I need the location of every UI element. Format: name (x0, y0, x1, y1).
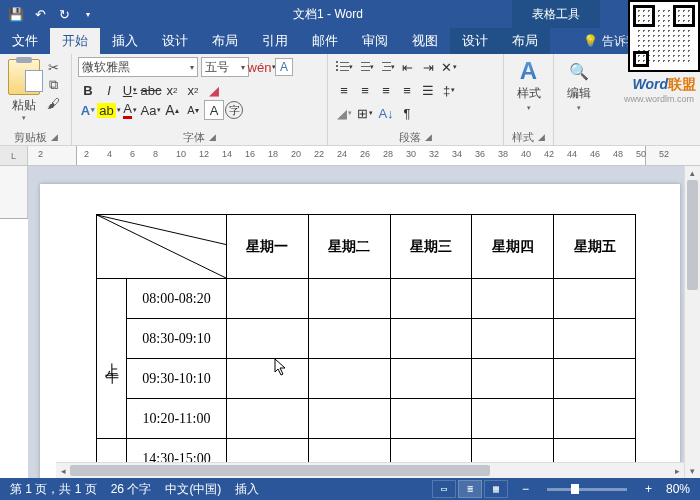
highlight-button[interactable]: ab▾ (99, 100, 119, 120)
period-cell[interactable]: 上午 (97, 279, 127, 439)
bold-button[interactable]: B (78, 80, 98, 100)
table-cell[interactable] (308, 359, 390, 399)
styles-button[interactable]: A 样式 ▾ (513, 57, 545, 114)
qat-customize-icon[interactable]: ▾ (80, 6, 96, 22)
cut-icon[interactable]: ✂ (44, 59, 62, 75)
table-cell[interactable] (472, 319, 554, 359)
scroll-up-icon[interactable]: ▴ (685, 166, 700, 180)
time-cell[interactable]: 08:30-09:10 (127, 319, 227, 359)
clear-formatting-button[interactable]: ◢ (204, 80, 224, 100)
subscript-button[interactable]: x2 (162, 80, 182, 100)
page-count[interactable]: 第 1 页，共 1 页 (10, 481, 97, 498)
styles-launcher-icon[interactable]: ◢ (538, 132, 545, 142)
tab-file[interactable]: 文件 (0, 28, 50, 54)
copy-icon[interactable]: ⧉ (44, 77, 62, 93)
read-mode-icon[interactable]: ▭ (432, 480, 456, 498)
print-layout-icon[interactable]: ≣ (458, 480, 482, 498)
character-shading-button[interactable]: A (204, 100, 224, 120)
table-cell[interactable] (308, 279, 390, 319)
schedule-table[interactable]: 星期一 星期二 星期三 星期四 星期五 上午 08:00-08:20 08:30… (96, 214, 636, 478)
zoom-slider[interactable] (547, 488, 627, 491)
table-cell[interactable] (554, 319, 636, 359)
line-spacing-button[interactable]: ‡▾ (439, 80, 459, 100)
scrollbar-vertical[interactable]: ▴ ▾ (684, 166, 700, 478)
tab-mailings[interactable]: 邮件 (300, 28, 350, 54)
scroll-down-icon[interactable]: ▾ (685, 464, 700, 478)
tab-table-layout[interactable]: 布局 (500, 28, 550, 54)
tab-insert[interactable]: 插入 (100, 28, 150, 54)
tab-home[interactable]: 开始 (50, 28, 100, 54)
ruler-vertical[interactable] (0, 166, 28, 478)
superscript-button[interactable]: x2 (183, 80, 203, 100)
scroll-thumb[interactable] (70, 465, 490, 476)
language[interactable]: 中文(中国) (165, 481, 221, 498)
table-cell[interactable] (390, 399, 472, 439)
change-case-button[interactable]: Aa▾ (141, 100, 161, 120)
phonetic-guide-button[interactable]: wén▾ (252, 57, 272, 77)
numbering-button[interactable]: ▾ (355, 57, 375, 77)
table-cell[interactable] (390, 359, 472, 399)
diagonal-header-cell[interactable] (97, 215, 227, 279)
enclose-characters-button[interactable]: 字 (225, 101, 243, 119)
align-justify-button[interactable]: ≡ (397, 80, 417, 100)
zoom-out-button[interactable]: − (522, 482, 529, 496)
table-cell[interactable] (227, 319, 309, 359)
table-cell[interactable] (554, 399, 636, 439)
text-effects-button[interactable]: A▾ (78, 100, 98, 120)
word-count[interactable]: 26 个字 (111, 481, 152, 498)
time-cell[interactable]: 10:20-11:00 (127, 399, 227, 439)
table-cell[interactable] (554, 279, 636, 319)
grow-font-button[interactable]: A▴ (162, 100, 182, 120)
multilevel-list-button[interactable]: ▾ (376, 57, 396, 77)
editing-button[interactable]: 🔍 编辑 ▾ (563, 57, 595, 114)
web-layout-icon[interactable]: ▦ (484, 480, 508, 498)
tab-table-design[interactable]: 设计 (450, 28, 500, 54)
increase-indent-button[interactable]: ⇥ (418, 57, 438, 77)
borders-button[interactable]: ⊞▾ (355, 103, 375, 123)
paste-button[interactable]: 粘贴 ▾ (6, 57, 42, 124)
shrink-font-button[interactable]: A▾ (183, 100, 203, 120)
table-header[interactable]: 星期二 (308, 215, 390, 279)
strikethrough-button[interactable]: abc (141, 80, 161, 100)
table-header[interactable]: 星期四 (472, 215, 554, 279)
tab-references[interactable]: 引用 (250, 28, 300, 54)
asian-layout-button[interactable]: ✕▾ (439, 57, 459, 77)
shading-button[interactable]: ◢▾ (334, 103, 354, 123)
scroll-right-icon[interactable]: ▸ (670, 463, 684, 478)
clipboard-launcher-icon[interactable]: ◢ (51, 132, 58, 142)
bullets-button[interactable]: ▾ (334, 57, 354, 77)
align-center-button[interactable]: ≡ (355, 80, 375, 100)
table-cell[interactable] (308, 319, 390, 359)
scrollbar-horizontal[interactable]: ◂ ▸ (56, 462, 684, 478)
zoom-level[interactable]: 80% (666, 482, 690, 496)
table-cell[interactable] (554, 359, 636, 399)
time-cell[interactable]: 09:30-10:10 (127, 359, 227, 399)
tab-selector[interactable]: L (0, 146, 28, 166)
italic-button[interactable]: I (99, 80, 119, 100)
table-cell[interactable] (472, 279, 554, 319)
tab-review[interactable]: 审阅 (350, 28, 400, 54)
table-cell[interactable] (472, 399, 554, 439)
page[interactable]: 星期一 星期二 星期三 星期四 星期五 上午 08:00-08:20 08:30… (40, 184, 680, 478)
scroll-left-icon[interactable]: ◂ (56, 463, 70, 478)
table-cell[interactable] (227, 359, 309, 399)
font-name-combo[interactable]: 微软雅黑▾ (78, 57, 198, 77)
font-color-button[interactable]: A▾ (120, 100, 140, 120)
redo-icon[interactable]: ↻ (56, 6, 72, 22)
insert-mode[interactable]: 插入 (235, 481, 259, 498)
format-painter-icon[interactable]: 🖌 (44, 95, 62, 111)
scroll-thumb[interactable] (687, 180, 698, 290)
table-header[interactable]: 星期三 (390, 215, 472, 279)
font-size-combo[interactable]: 五号▾ (201, 57, 249, 77)
table-cell[interactable] (227, 399, 309, 439)
paragraph-launcher-icon[interactable]: ◢ (425, 132, 432, 142)
save-icon[interactable]: 💾 (8, 6, 24, 22)
table-cell[interactable] (390, 319, 472, 359)
ruler-horizontal[interactable]: L 22468101214161820222426283032343638404… (0, 146, 700, 166)
undo-icon[interactable]: ↶ (32, 6, 48, 22)
table-cell[interactable] (472, 359, 554, 399)
decrease-indent-button[interactable]: ⇤ (397, 57, 417, 77)
table-cell[interactable] (227, 279, 309, 319)
table-header[interactable]: 星期一 (227, 215, 309, 279)
underline-button[interactable]: U▾ (120, 80, 140, 100)
